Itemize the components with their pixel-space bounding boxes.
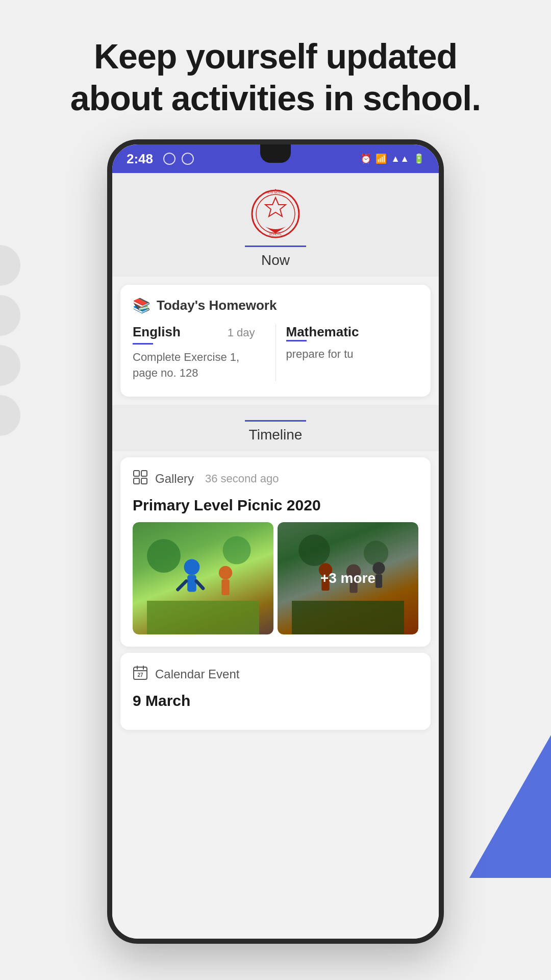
svg-point-9 [147, 539, 181, 573]
svg-text:NEW MODEL: NEW MODEL [266, 191, 285, 194]
timeline-tab-section: Timeline [112, 405, 439, 451]
math-underline [286, 340, 307, 341]
status-time: 2:48 [127, 151, 153, 167]
calendar-card-header: 27 Calendar Event [133, 665, 418, 684]
calendar-card: 27 Calendar Event 9 March [120, 653, 431, 730]
homework-title: Today's Homework [157, 298, 277, 313]
math-subject-name: Mathematic [286, 324, 359, 339]
homework-card: 📚 Today's Homework English 1 day Complet… [120, 285, 431, 397]
homework-subjects: English 1 day Complete Exercise 1, page … [133, 324, 418, 381]
school-tab-label[interactable]: Now [261, 252, 290, 268]
svg-rect-8 [141, 478, 147, 484]
homework-icon: 📚 [133, 297, 151, 314]
school-tab-underline [245, 246, 306, 247]
svg-point-16 [219, 566, 232, 579]
svg-point-1 [256, 194, 295, 233]
svg-text:27: 27 [137, 672, 143, 678]
svg-point-10 [223, 536, 251, 564]
photo-1[interactable] [133, 522, 273, 634]
whatsapp-icon [182, 153, 194, 165]
gallery-time: 36 second ago [205, 472, 279, 485]
svg-line-15 [196, 581, 203, 588]
gallery-icon [133, 470, 148, 488]
photo-more-overlay: +3 more [278, 522, 418, 634]
battery-icon: 🔋 [413, 153, 424, 164]
school-section: NEW MODEL SCHOOL Now [112, 173, 439, 277]
calendar-type-label: Calendar Event [155, 667, 239, 681]
status-icons-right: ⏰ 📶 ▲▲ 🔋 [360, 153, 424, 164]
svg-text:SCHOOL: SCHOOL [269, 233, 282, 236]
calendar-date: 9 March [133, 692, 418, 709]
status-bar: 2:48 ⏰ 📶 ▲▲ 🔋 [112, 144, 439, 173]
english-underline [133, 343, 153, 345]
gallery-title: Primary Level Picnic 2020 [133, 497, 418, 514]
english-task: Complete Exercise 1, page no. 128 [133, 351, 239, 379]
calendar-icon: 27 [133, 665, 148, 684]
wifi-icon: 📶 [375, 153, 387, 164]
photo-1-placeholder [133, 522, 273, 634]
svg-rect-6 [141, 471, 147, 476]
photo-2[interactable]: +3 more [278, 522, 418, 634]
timeline-tab-underline [245, 420, 306, 422]
subject-divider [276, 324, 276, 381]
gallery-card-header: Gallery 36 second ago [133, 470, 418, 488]
notch [260, 144, 291, 163]
app-content: NEW MODEL SCHOOL Now 📚 Today's Homework [112, 173, 439, 939]
alarm-icon: ⏰ [360, 153, 371, 164]
school-logo: NEW MODEL SCHOOL [250, 188, 301, 239]
timeline-tab-label[interactable]: Timeline [249, 427, 303, 443]
svg-point-12 [184, 559, 200, 575]
svg-marker-2 [265, 198, 286, 216]
svg-line-14 [178, 581, 187, 590]
subject-math[interactable]: Mathematic prepare for tu [286, 324, 419, 381]
spotify-icon [163, 153, 176, 165]
subject-english[interactable]: English 1 day Complete Exercise 1, page … [133, 324, 265, 381]
gallery-card: Gallery 36 second ago Primary Level Picn… [120, 457, 431, 647]
svg-rect-17 [221, 579, 229, 595]
english-days: 1 day [228, 326, 255, 339]
status-icons-left [163, 153, 194, 165]
svg-rect-5 [134, 471, 139, 476]
phone-frame: 2:48 ⏰ 📶 ▲▲ 🔋 [107, 139, 444, 944]
svg-rect-7 [134, 478, 139, 484]
phone-wrapper: 2:48 ⏰ 📶 ▲▲ 🔋 [0, 139, 551, 944]
page-title: Keep yourself updated about activities i… [31, 36, 520, 119]
signal-icon: ▲▲ [391, 154, 409, 164]
svg-rect-13 [187, 575, 196, 592]
math-task: prepare for tu [286, 348, 354, 360]
gallery-type-label: Gallery [155, 472, 194, 486]
photo-grid[interactable]: +3 more [133, 522, 418, 634]
english-subject-name: English [133, 324, 181, 340]
svg-rect-11 [147, 601, 259, 634]
page-header: Keep yourself updated about activities i… [0, 0, 551, 139]
homework-header: 📚 Today's Homework [133, 297, 418, 314]
